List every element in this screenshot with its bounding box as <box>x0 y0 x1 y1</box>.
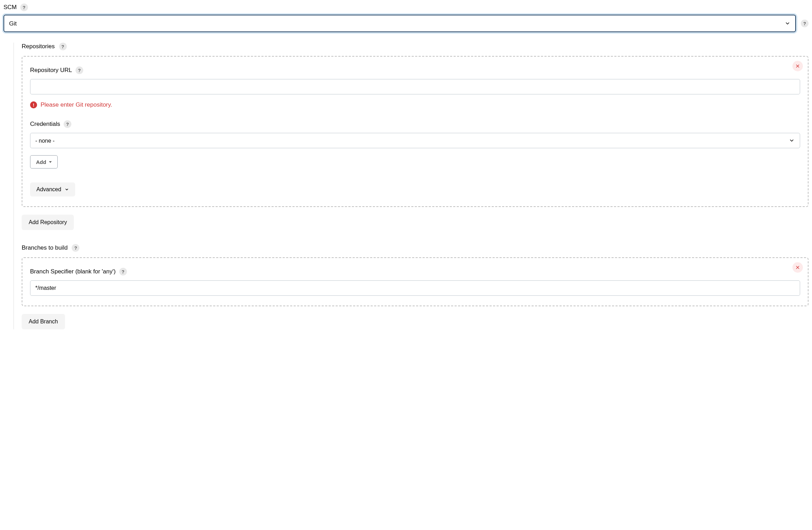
repositories-label: Repositories <box>22 43 55 50</box>
add-repository-button[interactable]: Add Repository <box>22 215 74 230</box>
scm-label: SCM <box>3 4 17 11</box>
branch-specifier-input[interactable] <box>30 280 800 296</box>
branches-label: Branches to build <box>22 244 67 251</box>
help-icon[interactable]: ? <box>64 120 71 128</box>
repository-url-label: Repository URL <box>30 67 72 74</box>
branch-specifier-label: Branch Specifier (blank for 'any') <box>30 268 116 275</box>
error-icon: ! <box>30 101 37 108</box>
remove-branch-button[interactable] <box>792 262 803 273</box>
repository-url-input[interactable] <box>30 79 800 94</box>
scm-select[interactable]: Git <box>3 15 796 32</box>
repository-block: Repository URL ? ! Please enter Git repo… <box>22 56 809 207</box>
caret-down-icon <box>49 161 52 163</box>
remove-repository-button[interactable] <box>792 61 803 71</box>
credentials-select[interactable]: - none - <box>30 133 800 148</box>
advanced-button[interactable]: Advanced <box>30 182 75 196</box>
add-credentials-button[interactable]: Add <box>30 155 58 169</box>
error-text: Please enter Git repository. <box>41 101 112 108</box>
branch-block: Branch Specifier (blank for 'any') ? <box>22 257 809 306</box>
help-icon[interactable]: ? <box>76 66 83 74</box>
help-icon[interactable]: ? <box>20 3 28 11</box>
add-branch-button[interactable]: Add Branch <box>22 314 65 329</box>
credentials-label: Credentials <box>30 121 60 128</box>
chevron-down-icon <box>65 187 69 192</box>
help-icon[interactable]: ? <box>72 244 79 252</box>
help-icon[interactable]: ? <box>119 268 127 275</box>
help-icon[interactable]: ? <box>59 43 67 50</box>
help-icon[interactable]: ? <box>801 20 809 27</box>
